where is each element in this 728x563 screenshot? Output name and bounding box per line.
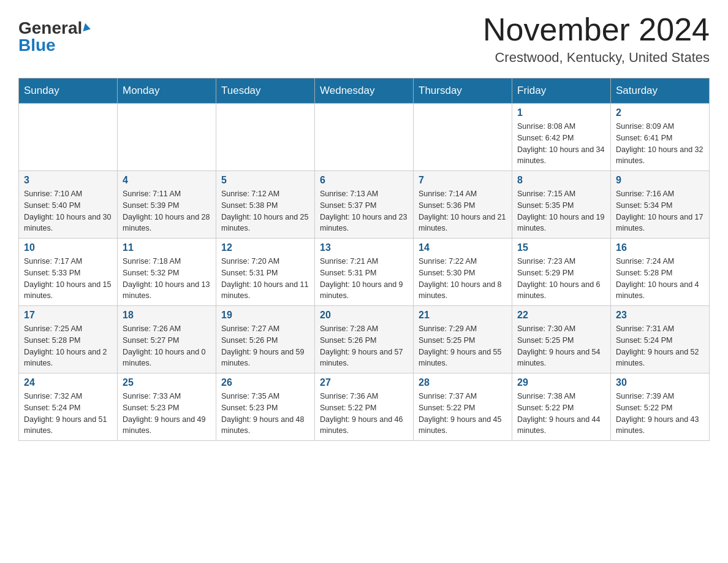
calendar-cell: 18Sunrise: 7:26 AM Sunset: 5:27 PM Dayli…	[118, 306, 216, 373]
day-number: 17	[24, 310, 112, 321]
weekday-header-saturday: Saturday	[611, 79, 710, 104]
day-info: Sunrise: 7:16 AM Sunset: 5:34 PM Dayligh…	[616, 188, 704, 234]
day-info: Sunrise: 7:21 AM Sunset: 5:31 PM Dayligh…	[320, 256, 408, 302]
weekday-header-wednesday: Wednesday	[315, 79, 414, 104]
day-number: 4	[123, 175, 211, 186]
day-info: Sunrise: 7:24 AM Sunset: 5:28 PM Dayligh…	[616, 256, 704, 302]
day-number: 24	[24, 377, 112, 388]
calendar-cell: 21Sunrise: 7:29 AM Sunset: 5:25 PM Dayli…	[414, 306, 512, 373]
calendar-cell: 9Sunrise: 7:16 AM Sunset: 5:34 PM Daylig…	[611, 171, 710, 239]
day-number: 30	[616, 377, 704, 388]
calendar-cell: 11Sunrise: 7:18 AM Sunset: 5:32 PM Dayli…	[118, 239, 216, 306]
calendar-cell: 19Sunrise: 7:27 AM Sunset: 5:26 PM Dayli…	[216, 306, 315, 373]
day-number: 9	[616, 175, 704, 186]
day-info: Sunrise: 7:11 AM Sunset: 5:39 PM Dayligh…	[123, 188, 211, 234]
day-info: Sunrise: 8:09 AM Sunset: 6:41 PM Dayligh…	[616, 121, 704, 167]
day-number: 1	[517, 107, 605, 118]
month-title: November 2024	[483, 12, 710, 47]
day-number: 3	[24, 175, 112, 186]
day-info: Sunrise: 7:14 AM Sunset: 5:36 PM Dayligh…	[419, 188, 507, 234]
calendar-cell: 14Sunrise: 7:22 AM Sunset: 5:30 PM Dayli…	[414, 239, 512, 306]
weekday-header-row: SundayMondayTuesdayWednesdayThursdayFrid…	[19, 79, 710, 104]
weekday-header-monday: Monday	[118, 79, 216, 104]
day-info: Sunrise: 7:20 AM Sunset: 5:31 PM Dayligh…	[221, 256, 309, 302]
calendar-cell: 6Sunrise: 7:13 AM Sunset: 5:37 PM Daylig…	[315, 171, 414, 239]
day-number: 11	[123, 242, 211, 253]
day-info: Sunrise: 7:36 AM Sunset: 5:22 PM Dayligh…	[320, 391, 408, 437]
day-info: Sunrise: 7:30 AM Sunset: 5:25 PM Dayligh…	[517, 323, 605, 369]
calendar-cell: 30Sunrise: 7:39 AM Sunset: 5:22 PM Dayli…	[611, 373, 710, 441]
calendar-table: SundayMondayTuesdayWednesdayThursdayFrid…	[18, 78, 710, 441]
day-info: Sunrise: 7:35 AM Sunset: 5:23 PM Dayligh…	[221, 391, 309, 437]
day-info: Sunrise: 7:17 AM Sunset: 5:33 PM Dayligh…	[24, 256, 112, 302]
day-number: 8	[517, 175, 605, 186]
day-info: Sunrise: 8:08 AM Sunset: 6:42 PM Dayligh…	[517, 121, 605, 167]
calendar-cell	[19, 104, 118, 171]
day-number: 5	[221, 175, 309, 186]
calendar-week-row: 17Sunrise: 7:25 AM Sunset: 5:28 PM Dayli…	[19, 306, 710, 373]
title-area: November 2024 Crestwood, Kentucky, Unite…	[483, 12, 710, 66]
day-number: 29	[517, 377, 605, 388]
calendar-cell: 23Sunrise: 7:31 AM Sunset: 5:24 PM Dayli…	[611, 306, 710, 373]
day-info: Sunrise: 7:10 AM Sunset: 5:40 PM Dayligh…	[24, 188, 112, 234]
calendar-cell: 26Sunrise: 7:35 AM Sunset: 5:23 PM Dayli…	[216, 373, 315, 441]
day-info: Sunrise: 7:39 AM Sunset: 5:22 PM Dayligh…	[616, 391, 704, 437]
day-number: 10	[24, 242, 112, 253]
calendar-cell	[315, 104, 414, 171]
calendar-cell: 12Sunrise: 7:20 AM Sunset: 5:31 PM Dayli…	[216, 239, 315, 306]
day-number: 7	[419, 175, 507, 186]
day-number: 26	[221, 377, 309, 388]
calendar-cell: 20Sunrise: 7:28 AM Sunset: 5:26 PM Dayli…	[315, 306, 414, 373]
logo: General Blue	[18, 12, 91, 55]
day-number: 23	[616, 310, 704, 321]
calendar-cell: 5Sunrise: 7:12 AM Sunset: 5:38 PM Daylig…	[216, 171, 315, 239]
calendar-week-row: 1Sunrise: 8:08 AM Sunset: 6:42 PM Daylig…	[19, 104, 710, 171]
calendar-cell	[414, 104, 512, 171]
day-number: 16	[616, 242, 704, 253]
calendar-cell: 2Sunrise: 8:09 AM Sunset: 6:41 PM Daylig…	[611, 104, 710, 171]
calendar-cell: 3Sunrise: 7:10 AM Sunset: 5:40 PM Daylig…	[19, 171, 118, 239]
calendar-week-row: 24Sunrise: 7:32 AM Sunset: 5:24 PM Dayli…	[19, 373, 710, 441]
day-info: Sunrise: 7:33 AM Sunset: 5:23 PM Dayligh…	[123, 391, 211, 437]
day-info: Sunrise: 7:26 AM Sunset: 5:27 PM Dayligh…	[123, 323, 211, 369]
calendar-cell: 1Sunrise: 8:08 AM Sunset: 6:42 PM Daylig…	[512, 104, 611, 171]
day-number: 21	[419, 310, 507, 321]
day-number: 15	[517, 242, 605, 253]
day-info: Sunrise: 7:38 AM Sunset: 5:22 PM Dayligh…	[517, 391, 605, 437]
calendar-week-row: 10Sunrise: 7:17 AM Sunset: 5:33 PM Dayli…	[19, 239, 710, 306]
day-info: Sunrise: 7:13 AM Sunset: 5:37 PM Dayligh…	[320, 188, 408, 234]
day-number: 22	[517, 310, 605, 321]
logo-arrow-icon	[83, 23, 92, 33]
calendar-cell: 13Sunrise: 7:21 AM Sunset: 5:31 PM Dayli…	[315, 239, 414, 306]
day-info: Sunrise: 7:27 AM Sunset: 5:26 PM Dayligh…	[221, 323, 309, 369]
day-info: Sunrise: 7:25 AM Sunset: 5:28 PM Dayligh…	[24, 323, 112, 369]
day-info: Sunrise: 7:29 AM Sunset: 5:25 PM Dayligh…	[419, 323, 507, 369]
weekday-header-sunday: Sunday	[19, 79, 118, 104]
calendar-cell: 8Sunrise: 7:15 AM Sunset: 5:35 PM Daylig…	[512, 171, 611, 239]
calendar-cell: 29Sunrise: 7:38 AM Sunset: 5:22 PM Dayli…	[512, 373, 611, 441]
day-number: 13	[320, 242, 408, 253]
day-number: 14	[419, 242, 507, 253]
calendar-cell: 10Sunrise: 7:17 AM Sunset: 5:33 PM Dayli…	[19, 239, 118, 306]
day-number: 28	[419, 377, 507, 388]
day-number: 27	[320, 377, 408, 388]
day-number: 20	[320, 310, 408, 321]
day-info: Sunrise: 7:22 AM Sunset: 5:30 PM Dayligh…	[419, 256, 507, 302]
day-number: 18	[123, 310, 211, 321]
calendar-cell	[118, 104, 216, 171]
day-info: Sunrise: 7:28 AM Sunset: 5:26 PM Dayligh…	[320, 323, 408, 369]
day-number: 12	[221, 242, 309, 253]
calendar-cell: 4Sunrise: 7:11 AM Sunset: 5:39 PM Daylig…	[118, 171, 216, 239]
calendar-cell: 15Sunrise: 7:23 AM Sunset: 5:29 PM Dayli…	[512, 239, 611, 306]
day-number: 2	[616, 107, 704, 118]
day-info: Sunrise: 7:37 AM Sunset: 5:22 PM Dayligh…	[419, 391, 507, 437]
day-info: Sunrise: 7:31 AM Sunset: 5:24 PM Dayligh…	[616, 323, 704, 369]
day-info: Sunrise: 7:32 AM Sunset: 5:24 PM Dayligh…	[24, 391, 112, 437]
day-number: 19	[221, 310, 309, 321]
calendar-cell: 17Sunrise: 7:25 AM Sunset: 5:28 PM Dayli…	[19, 306, 118, 373]
logo-blue-text: Blue	[18, 36, 56, 55]
weekday-header-thursday: Thursday	[414, 79, 512, 104]
day-info: Sunrise: 7:12 AM Sunset: 5:38 PM Dayligh…	[221, 188, 309, 234]
weekday-header-tuesday: Tuesday	[216, 79, 315, 104]
calendar-cell: 28Sunrise: 7:37 AM Sunset: 5:22 PM Dayli…	[414, 373, 512, 441]
